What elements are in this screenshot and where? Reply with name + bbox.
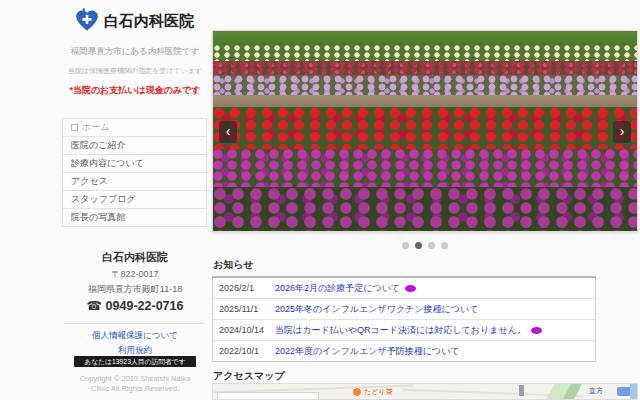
news-link[interactable]: 2025年冬のインフルエンザワクチン接種について bbox=[275, 303, 478, 316]
hero-carousel: ‹ › bbox=[212, 30, 638, 232]
carousel-prev-button[interactable]: ‹ bbox=[219, 121, 237, 143]
sidebar-item-label: ホーム bbox=[82, 119, 109, 136]
sidebar-item-home[interactable]: ホーム bbox=[63, 119, 206, 137]
sidebar-item-gallery[interactable]: 院長の写真館 bbox=[63, 209, 206, 227]
home-icon bbox=[71, 124, 78, 131]
access-map[interactable]: たどり茶 直方 bbox=[212, 383, 638, 400]
news-row: 2022/10/1 2022年度のインフルエンザ予防接種について bbox=[213, 341, 595, 361]
visitor-counter-badge: あなたは13923人目の訪問者です bbox=[74, 356, 196, 367]
map-poi-icon bbox=[352, 387, 362, 397]
sidebar-item-label: スタッフブログ bbox=[71, 191, 135, 208]
news-link[interactable]: 当院はカード払いやQRコード決済には対応しておりません。 bbox=[275, 324, 526, 337]
cash-only-warning: *当院のお支払いは現金のみです bbox=[54, 84, 216, 97]
copyright-line2: Clinic All Rights Reserved. bbox=[54, 384, 216, 394]
clinic-phone: ☎ 0949-22-0716 bbox=[60, 298, 210, 313]
news-date: 2025/11/1 bbox=[219, 304, 275, 314]
carousel-dot[interactable] bbox=[441, 242, 448, 249]
news-row: 2026/2/1 2026年2月の診療予定について bbox=[213, 278, 595, 299]
sidebar-item-label: 院長の写真館 bbox=[71, 209, 125, 226]
clinic-postal-code: 〒822-0017 bbox=[60, 268, 210, 281]
sidebar-item-label: 医院のご紹介 bbox=[71, 137, 125, 154]
heart-cross-icon bbox=[74, 8, 100, 34]
news-link[interactable]: 2026年2月の診療予定について bbox=[275, 282, 400, 295]
news-link[interactable]: 2022年度のインフルエンザ予防接種について bbox=[275, 345, 460, 358]
new-badge-icon bbox=[405, 285, 416, 292]
new-badge-icon bbox=[531, 327, 542, 334]
sidebar-item-about[interactable]: 医院のご紹介 bbox=[63, 137, 206, 155]
page: 白石内科医院 福岡県直方市にある内科医院です 当院は保険医療機関の指定を受けてい… bbox=[0, 0, 640, 400]
tulip-field-photo bbox=[213, 31, 637, 231]
sidebar-menu: ホーム 医院のご紹介 診療内容について アクセス スタッフブログ 院長の写真館 bbox=[62, 118, 207, 227]
insurance-note: 当院は保険医療機関の指定を受けています bbox=[54, 66, 216, 76]
sidebar-item-blog[interactable]: スタッフブログ bbox=[63, 191, 206, 209]
map-sign-icon bbox=[519, 385, 524, 396]
sidebar-item-access[interactable]: アクセス bbox=[63, 173, 206, 191]
news-row: 2024/10/14 当院はカード払いやQRコード決済には対応しておりません。 bbox=[213, 320, 595, 341]
map-water bbox=[630, 384, 637, 400]
carousel-next-button[interactable]: › bbox=[613, 121, 631, 143]
sidebar-item-label: 診療内容について bbox=[71, 155, 144, 172]
carousel-dot[interactable] bbox=[415, 242, 422, 249]
carousel-dot[interactable] bbox=[428, 242, 435, 249]
carousel-dots bbox=[212, 235, 638, 253]
map-building bbox=[217, 392, 319, 400]
map-route-shield bbox=[617, 387, 631, 396]
news-row: 2025/11/1 2025年冬のインフルエンザワクチン接種について bbox=[213, 299, 595, 320]
sidebar-item-services[interactable]: 診療内容について bbox=[63, 155, 206, 173]
copyright-line1: Copyright © 2019 Shiraishi Naika bbox=[54, 374, 216, 384]
news-date: 2026/2/1 bbox=[219, 283, 275, 293]
clinic-name: 白石内科医院 bbox=[60, 250, 210, 265]
access-map-heading: アクセスマップ bbox=[213, 369, 285, 383]
map-poi-label: たどり茶 bbox=[364, 387, 393, 397]
sidebar-item-label: アクセス bbox=[71, 173, 108, 190]
carousel-dot[interactable] bbox=[402, 242, 409, 249]
site-title: 白石内科医院 bbox=[104, 12, 194, 31]
copyright: Copyright © 2019 Shiraishi Naika Clinic … bbox=[54, 374, 216, 394]
site-tagline: 福岡県直方市にある内科医院です bbox=[60, 46, 210, 58]
clinic-address: 福岡県直方市殿町11-18 bbox=[52, 283, 218, 296]
news-date: 2024/10/14 bbox=[219, 325, 275, 335]
news-heading: お知らせ bbox=[213, 258, 254, 272]
site-logo[interactable]: 白石内科医院 bbox=[74, 8, 194, 34]
privacy-policy-link[interactable]: 個人情報保護について bbox=[60, 330, 210, 342]
news-list: 2026/2/1 2026年2月の診療予定について 2025/11/1 2025… bbox=[212, 276, 596, 362]
divider bbox=[64, 323, 204, 324]
news-date: 2022/10/1 bbox=[219, 346, 275, 356]
map-area-label: 直方 bbox=[589, 386, 603, 396]
